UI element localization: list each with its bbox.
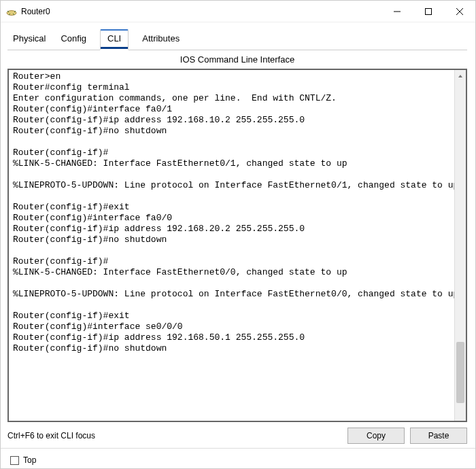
scrollbar-thumb[interactable] [456, 342, 464, 403]
bottom-bar: Top [1, 448, 475, 469]
tab-attributes[interactable]: Attributes [141, 29, 181, 50]
minimize-button[interactable] [381, 1, 413, 22]
cli-hint: Ctrl+F6 to exit CLI focus [7, 431, 342, 440]
close-button[interactable] [444, 1, 475, 22]
content-area: Physical Config CLI Attributes IOS Comma… [1, 22, 475, 448]
tab-cli-label: CLI [107, 33, 121, 44]
titlebar: Router0 [1, 1, 475, 22]
cli-terminal[interactable]: Router>en Router#config terminal Enter c… [9, 70, 466, 421]
tab-config[interactable]: Config [59, 29, 88, 50]
window-title: Router0 [21, 7, 381, 16]
tab-physical[interactable]: Physical [12, 29, 47, 50]
terminal-scrollbar[interactable] [454, 70, 466, 421]
tab-active-indicator [101, 47, 128, 49]
svg-rect-2 [426, 8, 432, 14]
window-controls [381, 1, 475, 22]
panel-title: IOS Command Line Interface [7, 54, 467, 65]
maximize-button[interactable] [413, 1, 444, 22]
cli-footer: Ctrl+F6 to exit CLI focus Copy Paste [7, 428, 467, 444]
terminal-container: Router>en Router#config terminal Enter c… [7, 69, 467, 422]
top-checkbox-label: Top [23, 455, 36, 465]
tab-cli[interactable]: CLI [100, 29, 129, 50]
scrollbar-up-icon[interactable] [455, 70, 466, 82]
top-checkbox[interactable] [10, 456, 19, 465]
tab-bar: Physical Config CLI Attributes [7, 29, 467, 50]
copy-button[interactable]: Copy [347, 428, 405, 444]
router-icon [6, 6, 17, 17]
paste-button[interactable]: Paste [410, 428, 467, 444]
